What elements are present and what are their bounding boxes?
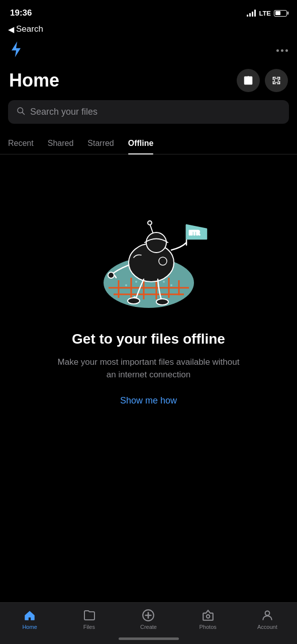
create-icon [142, 609, 155, 622]
nav-label-home: Home [22, 624, 37, 630]
signal-icon [247, 10, 256, 17]
tab-offline[interactable]: Offline [128, 134, 154, 154]
nav-label-photos: Photos [200, 624, 217, 630]
nav-label-files: Files [83, 624, 95, 630]
header-actions [237, 69, 288, 92]
svg-point-32 [125, 284, 127, 286]
svg-rect-8 [279, 81, 280, 84]
lte-label: LTE [259, 10, 271, 17]
top-bar [0, 38, 297, 65]
svg-point-34 [163, 281, 165, 283]
tabs: Recent Shared Starred Offline [0, 134, 297, 154]
svg-point-30 [148, 221, 152, 225]
offline-illustration: HTR [78, 185, 219, 315]
nav-item-create[interactable]: Create [128, 609, 168, 630]
back-arrow-icon: ◀ [8, 25, 14, 34]
more-options-button[interactable] [276, 49, 288, 52]
files-icon [82, 609, 95, 622]
home-indicator [119, 637, 179, 640]
svg-marker-0 [12, 41, 21, 57]
svg-text:HTR: HTR [189, 229, 200, 236]
nav-item-photos[interactable]: Photos [188, 609, 228, 630]
tab-recent[interactable]: Recent [8, 134, 34, 154]
photos-icon [202, 609, 215, 622]
status-right: LTE [247, 10, 287, 17]
home-icon [23, 609, 36, 622]
svg-point-23 [108, 272, 114, 278]
offline-title: Get to your files offline [72, 331, 225, 348]
header: Home [0, 65, 297, 100]
main-content: HTR Get to your f [0, 154, 297, 426]
svg-rect-5 [273, 77, 274, 80]
svg-point-27 [128, 298, 140, 304]
svg-point-40 [265, 611, 270, 615]
nav-item-files[interactable]: Files [69, 609, 109, 630]
scan-document-button[interactable] [265, 69, 288, 92]
svg-point-22 [146, 232, 166, 253]
nav-label-account: Account [257, 624, 277, 630]
svg-point-35 [170, 284, 172, 286]
battery-icon [274, 10, 287, 17]
offline-description: Make your most important files available… [53, 356, 244, 381]
svg-line-11 [22, 112, 24, 114]
page-title: Home [9, 70, 59, 91]
svg-rect-9 [274, 78, 278, 82]
svg-rect-7 [273, 81, 274, 84]
search-bar[interactable]: Search your files [8, 100, 289, 124]
account-icon [261, 609, 274, 622]
nav-item-account[interactable]: Account [247, 609, 287, 630]
bolt-icon [9, 40, 23, 61]
upload-image-button[interactable] [237, 69, 260, 92]
svg-point-33 [135, 281, 137, 283]
svg-rect-6 [279, 77, 280, 80]
show-me-how-link[interactable]: Show me how [120, 395, 177, 406]
status-bar: 19:36 LTE [0, 0, 297, 22]
search-placeholder: Search your files [30, 107, 97, 117]
tab-starred[interactable]: Starred [87, 134, 114, 154]
svg-point-28 [156, 299, 168, 305]
nav-label-create: Create [140, 624, 157, 630]
back-nav[interactable]: ◀ Search [0, 22, 297, 38]
svg-point-39 [206, 615, 210, 618]
back-label: Search [16, 24, 43, 34]
status-time: 19:36 [10, 8, 32, 18]
search-icon [16, 106, 25, 118]
tab-shared[interactable]: Shared [48, 134, 74, 154]
nav-item-home[interactable]: Home [10, 609, 50, 630]
